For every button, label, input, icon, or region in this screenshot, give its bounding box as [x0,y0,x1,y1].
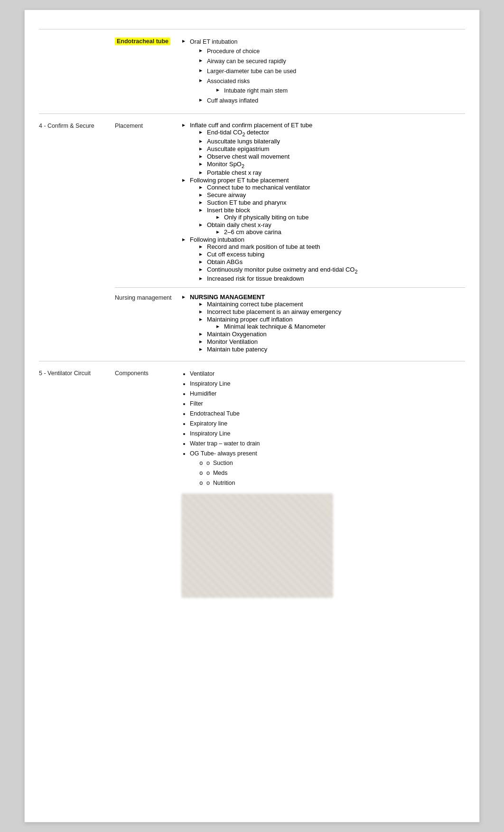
subcategory-label: Endotracheal tube [115,38,170,45]
list-item: NURSING MANAGEMENT Maintaining correct t… [181,293,465,353]
category-confirm-secure: 4 - Confirm & Secure [39,122,115,353]
confirm-secure-subsections: Placement Inflate cuff and confirm place… [115,122,465,353]
subsection-content-nursing: NURSING MANAGEMENT Maintaining correct t… [181,293,465,353]
list-item: Monitor Ventilation [198,338,465,345]
list-item: o Nutrition [199,478,465,488]
list-item: Maintain Oxygenation [198,331,465,338]
list-item: Filter [190,399,465,408]
subsection-content-placement: Inflate cuff and confirm placement of ET… [181,122,465,283]
nursing-header: NURSING MANAGEMENT [190,293,265,301]
list-item: Ventilator [190,369,465,378]
arrow-list-nested: End-tidal CO2 detector Auscultate lungs … [190,129,465,176]
category-empty [39,37,115,106]
list-item: Procedure of choice [198,47,465,56]
list-item: 2–6 cm above carina [215,228,465,236]
list-item: Inspiratory Line [190,429,465,438]
list-item: Larger-diameter tube can be used [198,66,465,76]
components-list: Ventilator Inspiratory Line Humidifier F… [181,369,465,488]
list-item: Following intubation Record and mark pos… [181,236,465,282]
list-item: Cut off excess tubing [198,251,465,258]
list-item: Monitor SpO2 [198,161,465,169]
list-item: Cuff always inflated [198,96,465,105]
arrow-list-nested: Maintaining correct tube placement Incor… [190,301,465,353]
list-item: Only if physically biting on tube [215,214,465,221]
content-endotracheal: Oral ET intubation Procedure of choice A… [181,37,465,106]
subsection-placement: Placement Inflate cuff and confirm place… [115,122,465,283]
subsection-label-nursing: Nursing management [115,293,181,353]
list-item: Minimal leak technique & Manometer [215,323,465,330]
ventilator-diagram [181,493,333,598]
arrow-list-nested: Record and mark position of tube at teet… [190,243,465,282]
list-item: Maintaining correct tube placement [198,301,465,308]
content-components: Ventilator Inspiratory Line Humidifier F… [181,369,465,598]
list-item: Humidifier [190,389,465,398]
list-item: Observe chest wall movement [198,153,465,160]
list-item: o Suction [199,458,465,468]
subcategory-components: Components [115,369,181,598]
diagram-inner [181,493,333,598]
list-item: Increased risk for tissue breakdown [198,275,465,282]
list-item: Secure airway [198,191,465,199]
section-confirm-secure: 4 - Confirm & Secure Placement Inflate c… [39,113,465,361]
arrow-list-nested2: Intubate right main stem [207,86,465,95]
nursing-list: NURSING MANAGEMENT Maintaining correct t… [181,293,465,353]
list-item: Expiratory line [190,419,465,428]
arrow-list-nested2: 2–6 cm above carina [207,228,465,236]
list-item: Auscultate epigastrium [198,145,465,152]
list-item: Continuously monitor pulse oximetry and … [198,266,465,274]
list-item: o Meds [199,468,465,478]
list-item: Insert bite block Only if physically bit… [198,207,465,221]
og-tube-sublist: o Suction o Meds o Nutrition [190,458,465,488]
list-item: Suction ET tube and pharynx [198,199,465,206]
list-item: OG Tube- always present o Suction o Meds… [190,449,465,488]
list-item: Water trap – water to drain [190,439,465,448]
list-item: Intubate right main stem [215,86,465,95]
list-item: Oral ET intubation Procedure of choice A… [181,37,465,105]
list-item: Maintaining proper cuff inflation Minima… [198,316,465,330]
arrow-list-top: Oral ET intubation Procedure of choice A… [181,37,465,105]
arrow-list-nested2: Only if physically biting on tube [207,214,465,221]
section-endotracheal: Endotracheal tube Oral ET intubation Pro… [39,29,465,113]
list-item: End-tidal CO2 detector [198,129,465,137]
list-item: Following proper ET tube placement Conne… [181,177,465,236]
subsection-label-placement: Placement [115,122,181,283]
list-item: Portable chest x ray [198,169,465,176]
list-item: Incorrect tube placement is an airway em… [198,308,465,315]
list-item: Auscultate lungs bilaterally [198,138,465,145]
list-item: Associated risks Intubate right main ste… [198,76,465,95]
subcategory-endotracheal: Endotracheal tube [115,37,181,106]
ventilator-row: Components Ventilator Inspiratory Line H… [115,369,465,598]
list-item: Record and mark position of tube at teet… [198,243,465,250]
list-item: Airway can be secured rapidly [198,57,465,66]
list-item: Obtain ABGs [198,258,465,265]
section-ventilator-circuit: 5 - Ventilator Circuit Components Ventil… [39,361,465,605]
list-item: Inspiratory Line [190,379,465,388]
confirm-secure-row: 4 - Confirm & Secure Placement Inflate c… [39,122,465,353]
placement-list: Inflate cuff and confirm placement of ET… [181,122,465,282]
arrow-list-nested: Procedure of choice Airway can be secure… [190,47,465,105]
list-item: Endotracheal Tube [190,409,465,418]
page: Endotracheal tube Oral ET intubation Pro… [24,9,480,823]
arrow-list-nested: Connect tube to mechanical ventilator Se… [190,184,465,236]
list-item: Connect tube to mechanical ventilator [198,184,465,191]
arrow-list-nested2: Minimal leak technique & Manometer [207,323,465,330]
list-item: Obtain daily chest x-ray 2–6 cm above ca… [198,221,465,236]
list-item: Maintain tube patency [198,346,465,353]
list-item: Inflate cuff and confirm placement of ET… [181,122,465,176]
subsection-nursing: Nursing management NURSING MANAGEMENT Ma… [115,287,465,353]
category-ventilator: 5 - Ventilator Circuit [39,369,115,598]
